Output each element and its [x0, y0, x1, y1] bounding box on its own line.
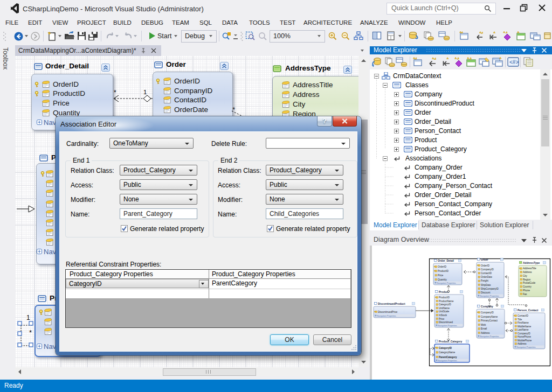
svg-text:CategoryName: CategoryName — [439, 351, 456, 354]
svg-text:City: City — [523, 275, 527, 277]
svg-text:Email: Email — [481, 327, 487, 330]
svg-text:*: * — [29, 328, 32, 337]
svg-text:CompanyName: CompanyName — [481, 316, 498, 318]
svg-text:Address: Address — [481, 332, 490, 334]
svg-text:Navigation Properties: Navigation Properties — [438, 325, 457, 327]
svg-text:Discontinued: Discontinued — [439, 321, 453, 324]
svg-text:DiscontinuedProduct: DiscontinuedProduct — [378, 302, 405, 305]
svg-text:Navigation Properties: Navigation Properties — [438, 360, 457, 362]
svg-text:Navigation Properties: Navigation Properties — [437, 282, 456, 284]
svg-text:Quantity: Quantity — [438, 278, 447, 281]
svg-text:Address: Address — [518, 342, 527, 345]
svg-text:Navigation Properties: Navigation Properties — [480, 335, 499, 338]
svg-text:Price: Price — [438, 274, 444, 277]
svg-text:UnitName: UnitName — [439, 307, 450, 310]
svg-text:*: * — [114, 89, 116, 96]
svg-text:Order: Order — [481, 258, 488, 261]
svg-text:<#>: <#> — [509, 59, 519, 65]
svg-text:PostalCode: PostalCode — [523, 282, 536, 284]
svg-text:FirstName: FirstName — [518, 321, 529, 324]
svg-text:MobilePhone: MobilePhone — [518, 339, 532, 342]
svg-text:OrderDate: OrderDate — [481, 276, 493, 278]
svg-text:Freight: Freight — [481, 279, 489, 282]
svg-text:ProductName: ProductName — [439, 300, 454, 303]
svg-text:ProductID: ProductID — [438, 270, 449, 272]
svg-text:AddressTitle: AddressTitle — [523, 267, 536, 270]
svg-text:OrderID: OrderID — [481, 264, 490, 267]
svg-text:1: 1 — [143, 89, 147, 95]
svg-text:Country: Country — [523, 285, 532, 288]
svg-text:MiddleName: MiddleName — [518, 325, 532, 328]
svg-text:Discount: Discount — [481, 291, 491, 294]
svg-text:ContactID: ContactID — [481, 272, 492, 275]
svg-text:Person_Contact: Person_Contact — [518, 309, 539, 312]
svg-text:ShipCompanyID: ShipCompanyID — [481, 288, 499, 290]
svg-text:CompanyID: CompanyID — [481, 311, 494, 314]
svg-text:Order_Detail: Order_Detail — [438, 259, 454, 262]
svg-text:ProductID: ProductID — [439, 296, 450, 299]
svg-text:Company: Company — [481, 305, 493, 308]
svg-text:Phone: Phone — [523, 289, 530, 292]
svg-text:HomePhone: HomePhone — [518, 335, 532, 338]
svg-text:CategoryID: CategoryID — [439, 347, 452, 349]
svg-text:Navigation Properties: Navigation Properties — [480, 295, 499, 297]
svg-text:Region: Region — [523, 278, 531, 281]
svg-text:Price: Price — [439, 318, 445, 320]
svg-text:Web: Web — [481, 324, 486, 326]
svg-text:CategoryID: CategoryID — [439, 303, 452, 306]
svg-text:Title: Title — [518, 318, 522, 321]
svg-text:LastName: LastName — [518, 328, 529, 331]
svg-text:Navigation Properties: Navigation Properties — [377, 315, 396, 317]
svg-text:InStock: InStock — [439, 314, 447, 317]
svg-text:Address: Address — [523, 271, 532, 274]
svg-text:AddressType: AddressType — [523, 261, 540, 264]
svg-text:ShipDate: ShipDate — [481, 284, 491, 286]
svg-text:OrderID: OrderID — [438, 265, 447, 268]
svg-text:PrimaryContact: PrimaryContact — [481, 319, 498, 322]
svg-text:CompanyID: CompanyID — [481, 268, 494, 271]
svg-text:UnitScale: UnitScale — [439, 310, 450, 313]
svg-text:DiscontinuedPrice: DiscontinuedPrice — [378, 311, 398, 313]
svg-text:1: 1 — [26, 314, 30, 321]
svg-text:Navigation Properties: Navigation Properties — [516, 346, 535, 348]
svg-text:ContactID: ContactID — [518, 314, 529, 317]
svg-text:CompanyID: CompanyID — [518, 332, 531, 335]
svg-text:Fax: Fax — [523, 293, 527, 296]
svg-text:Product_Category: Product_Category — [439, 340, 463, 343]
svg-text:ParentCategory: ParentCategory — [439, 356, 457, 359]
